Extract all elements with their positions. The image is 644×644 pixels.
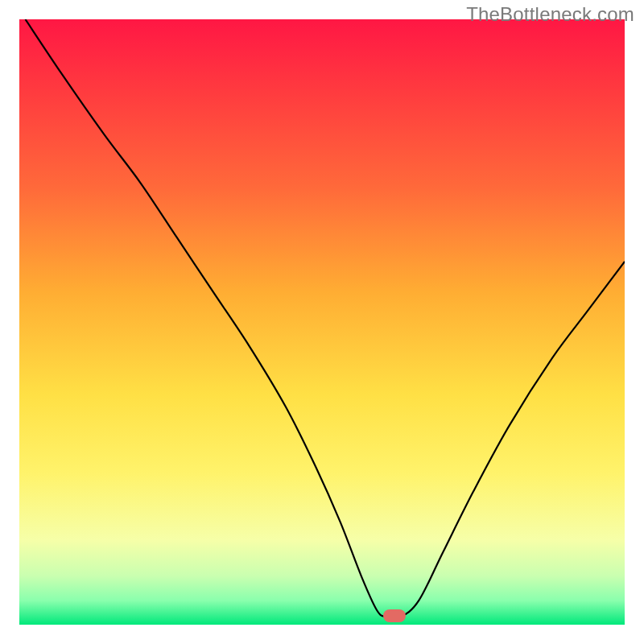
watermark-text: TheBottleneck.com [466, 3, 634, 26]
curve-svg [19, 19, 625, 625]
bottleneck-curve-path [26, 19, 625, 618]
chart-container: TheBottleneck.com [0, 0, 644, 644]
optimal-point-marker [383, 609, 406, 622]
plot-area [19, 19, 625, 625]
